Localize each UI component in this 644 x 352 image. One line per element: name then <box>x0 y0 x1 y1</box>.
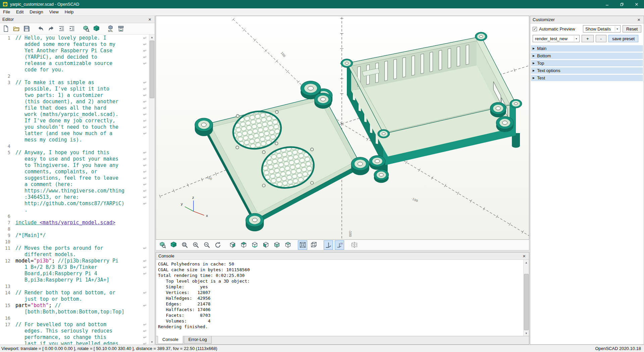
view-left-button[interactable] <box>261 240 270 250</box>
reset-view-button[interactable] <box>213 240 222 250</box>
console-scrollbar[interactable]: ▲ ▼ <box>523 260 529 336</box>
code-line-text <box>13 283 15 290</box>
save-preset-button[interactable]: save preset <box>608 35 638 42</box>
editor-scrollbar[interactable]: ▲ ▼ <box>149 35 155 345</box>
view-right-button[interactable] <box>228 240 237 250</box>
view-back-button[interactable] <box>283 240 292 250</box>
code-line-text <box>13 226 15 232</box>
code-row: 1 B+/2 B/3 B/3 B+/Tinker↵ <box>0 264 149 271</box>
view-bottom-button[interactable] <box>250 240 259 250</box>
code-row: edges. This seriously reduces↵ <box>0 328 149 334</box>
menu-file[interactable]: File <box>0 8 13 16</box>
add-preset-button[interactable]: + <box>582 35 594 42</box>
zoom-in-button[interactable] <box>191 240 200 250</box>
section-text-options[interactable]: ▶Text options <box>531 67 643 74</box>
line-number <box>0 99 13 105</box>
wrap-marker-icon: ↵ <box>143 181 147 188</box>
line-number: 13 <box>0 283 13 290</box>
section-main[interactable]: ▶Main <box>531 45 643 52</box>
reset-view-icon <box>214 241 221 248</box>
3d-viewport-canvas[interactable]: 100 100 -100 -100 <box>156 16 529 239</box>
code-line-text: (YARPiC), and decided to <box>13 54 97 60</box>
preview-button[interactable] <box>81 24 91 34</box>
show-crosshairs-icon <box>351 241 358 248</box>
code-line-text: performance, so change this <box>13 334 106 341</box>
show-axes-button[interactable] <box>324 240 333 250</box>
zoom-out-button[interactable] <box>202 240 211 250</box>
export-stl-button[interactable]: STL <box>106 24 115 34</box>
view-perspective-button[interactable] <box>298 240 307 250</box>
menu-help[interactable]: Help <box>62 8 77 16</box>
print-3d-button[interactable] <box>116 24 125 34</box>
undo-button[interactable] <box>36 24 45 34</box>
customizer-header: Customizer × <box>530 16 644 23</box>
unindent-button[interactable] <box>57 24 66 34</box>
code-line-text: // Hello, you lovely people. I <box>13 35 106 41</box>
automatic-preview-checkbox[interactable]: ✓ <box>533 27 537 31</box>
console-line: CGAL Polyhedrons in cache: 50 <box>158 261 527 267</box>
editor-scrollbar-thumb[interactable] <box>150 41 154 98</box>
console-close-button[interactable]: × <box>522 253 527 258</box>
section-bottom[interactable]: ▶Bottom <box>531 53 643 59</box>
line-number: 11 <box>0 245 13 251</box>
section-top[interactable]: ▶Top <box>531 60 643 66</box>
code-row: latter (and see how much of a↵ <box>0 130 149 137</box>
minimize-button[interactable] <box>600 0 614 8</box>
code-line-text: [both:Both,bottom:Bottom,top:Top] <box>13 309 124 315</box>
line-number <box>0 194 13 200</box>
close-button[interactable] <box>629 0 644 8</box>
open-button[interactable] <box>11 24 21 34</box>
view-top-button[interactable] <box>239 240 248 250</box>
new-file-button[interactable] <box>1 24 10 34</box>
show-scale-markers-button[interactable]: 10 <box>335 240 344 250</box>
viewport: 100 100 -100 -100 <box>156 16 529 240</box>
render-button[interactable] <box>169 240 178 250</box>
preset-dropdown[interactable]: render_test_new ▼ <box>533 35 580 42</box>
code-area[interactable]: 1// Hello, you lovely people. I↵ added s… <box>0 35 155 345</box>
menu-design[interactable]: Design <box>26 8 46 16</box>
view-left-icon <box>262 241 269 248</box>
scroll-up-icon[interactable]: ▲ <box>524 260 529 265</box>
line-number: 4 <box>0 143 13 150</box>
console-line: Facets: 8703 <box>158 312 527 318</box>
console-content[interactable]: CGAL Polyhedrons in cache: 50CGAL cache … <box>156 260 529 336</box>
console-scrollbar-thumb[interactable] <box>524 274 529 330</box>
section-label: Text options <box>537 68 560 73</box>
preview-button[interactable] <box>158 240 167 250</box>
code-row: 3// To make it as simple as↵ <box>0 79 149 86</box>
tab-console[interactable]: Console <box>158 336 183 344</box>
scroll-down-icon[interactable]: ▼ <box>149 339 155 345</box>
wrap-marker-icon: ↵ <box>143 105 147 111</box>
line-number <box>0 207 13 213</box>
wrap-marker-icon: ↵ <box>143 92 147 99</box>
tab-error-log[interactable]: Error-Log <box>184 336 212 344</box>
view-front-button[interactable] <box>272 240 281 250</box>
redo-icon <box>48 25 55 32</box>
remove-preset-button[interactable]: - <box>596 35 606 42</box>
view-orthogonal-button[interactable] <box>309 240 318 250</box>
line-number: 17 <box>0 321 13 328</box>
editor-close-button[interactable]: × <box>147 17 152 22</box>
indent-button[interactable] <box>67 24 76 34</box>
menu-view[interactable]: View <box>46 8 62 16</box>
render-button[interactable] <box>92 24 101 34</box>
wrap-marker-icon: ↵ <box>143 194 147 200</box>
line-number <box>0 67 13 73</box>
show-details-dropdown[interactable]: Show Details ▼ <box>583 25 621 33</box>
menu-edit[interactable]: Edit <box>13 8 26 16</box>
section-test[interactable]: ▶Test <box>531 75 643 81</box>
save-button[interactable] <box>22 24 31 34</box>
scroll-up-icon[interactable]: ▲ <box>149 35 155 40</box>
unindent-icon <box>58 25 65 32</box>
zoom-all-button[interactable] <box>180 240 189 250</box>
customizer-close-button[interactable]: × <box>636 17 641 22</box>
axis-label: -100 <box>348 230 352 237</box>
code-line-text: // Anyway, I hope you find this <box>13 150 109 156</box>
scroll-down-icon[interactable]: ▼ <box>524 331 529 336</box>
redo-button[interactable] <box>46 24 56 34</box>
code-line-text: edges. This seriously reduces <box>13 328 112 334</box>
code-row: added some more features to my↵ <box>0 41 149 48</box>
maximize-button[interactable] <box>614 0 629 8</box>
reset-button[interactable]: Reset <box>623 25 641 33</box>
show-crosshairs-button[interactable] <box>350 240 359 250</box>
